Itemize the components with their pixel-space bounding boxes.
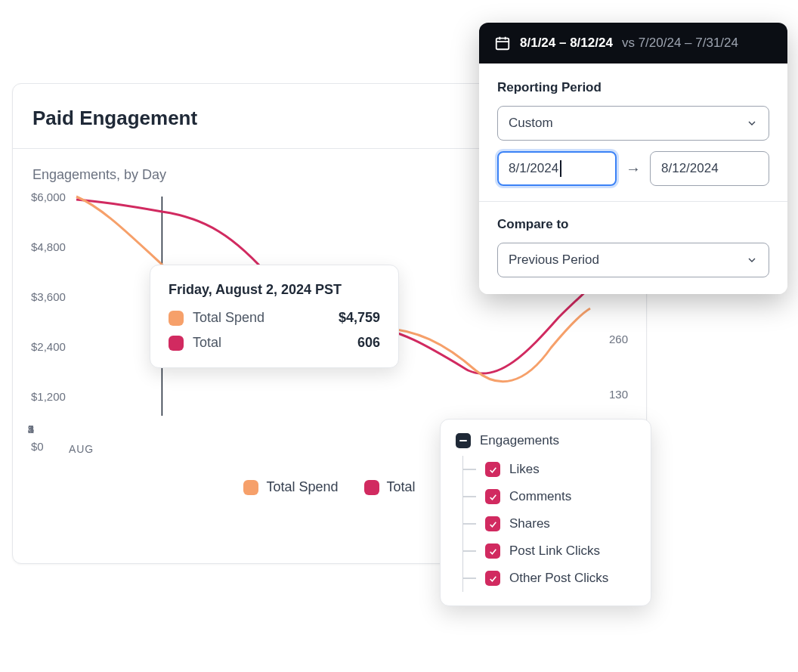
compare-to-value: Previous Period [509,252,599,268]
filter-item-label: Post Link Clicks [509,543,600,559]
checkbox-checked-icon[interactable] [485,462,500,477]
end-date-input[interactable]: 8/12/2024 [650,151,769,186]
reporting-period-value: Custom [509,116,553,131]
reporting-period-label: Reporting Period [497,80,769,95]
legend-spend[interactable]: Total Spend [243,479,338,495]
start-date-value: 8/1/2024 [509,161,558,176]
tooltip-spend-value: $4,759 [339,310,380,326]
swatch-total-icon [364,480,379,495]
engagements-filter: Engagements Likes Comments Shares Post L… [440,419,651,606]
month-label: AUG [69,443,94,455]
ytick-left: $3,600 [31,290,66,303]
filter-tree: Likes Comments Shares Post Link Clicks O… [462,456,636,592]
date-range-bar[interactable]: 8/1/24 – 8/12/24 vs 7/20/24 – 7/31/24 [479,23,787,63]
filter-item-label: Other Post Clicks [509,571,608,586]
chevron-down-icon [746,254,758,266]
filter-item-label: Comments [509,489,571,504]
filter-item-label: Likes [509,462,540,477]
filter-item-label: Shares [509,516,550,531]
filter-item-post-link-clicks[interactable]: Post Link Clicks [463,537,636,565]
tree-branch-icon [462,523,476,525]
checkbox-checked-icon[interactable] [485,489,500,504]
tooltip-row-total: Total 606 [169,335,380,351]
swatch-spend-icon [169,311,184,326]
chevron-down-icon [746,117,758,129]
legend-total-label: Total [387,479,416,495]
chart-tooltip: Friday, August 2, 2024 PST Total Spend $… [150,265,399,368]
tooltip-total-value: 606 [357,335,380,351]
filter-item-comments[interactable]: Comments [463,483,636,510]
ytick-right: 130 [609,387,628,400]
svg-rect-0 [496,39,509,50]
tree-branch-icon [462,578,476,579]
compare-to-label: Compare to [497,217,769,232]
date-secondary: 7/20/24 – 7/31/24 [639,36,738,50]
filter-item-likes[interactable]: Likes [463,456,636,483]
swatch-total-icon [169,336,184,351]
legend-spend-label: Total Spend [266,479,338,495]
tooltip-total-label: Total [193,335,221,351]
arrow-right-icon: → [626,160,641,178]
checkbox-checked-icon[interactable] [485,571,500,586]
filter-parent-label: Engagements [480,433,559,448]
compare-to-select[interactable]: Previous Period [497,243,769,277]
legend-total[interactable]: Total [364,479,416,495]
checkbox-indeterminate-icon[interactable] [456,433,471,448]
swatch-spend-icon [243,480,258,495]
end-date-value: 8/12/2024 [661,161,719,176]
reporting-period-select[interactable]: Custom [497,106,769,141]
tree-branch-icon [462,550,476,552]
tooltip-title: Friday, August 2, 2024 PST [169,282,380,298]
date-picker-panel: 8/1/24 – 8/12/24 vs 7/20/24 – 7/31/24 Re… [479,23,787,294]
ytick-left: $2,400 [31,340,66,353]
text-cursor-icon [560,160,561,177]
filter-item-shares[interactable]: Shares [463,510,636,537]
calendar-icon [494,35,511,51]
ytick-left: $0 [31,440,44,453]
date-primary: 8/1/24 – 8/12/24 [520,36,613,51]
checkbox-checked-icon[interactable] [485,543,500,559]
ytick-right: 260 [609,333,628,345]
start-date-input[interactable]: 8/1/2024 [497,151,617,186]
checkbox-checked-icon[interactable] [485,516,500,531]
filter-parent-row[interactable]: Engagements [456,433,636,448]
divider [479,201,787,202]
ytick-left: $6,000 [31,190,66,203]
tooltip-row-spend: Total Spend $4,759 [169,310,380,326]
filter-item-other-post-clicks[interactable]: Other Post Clicks [463,565,636,592]
ytick-left: $1,200 [31,390,66,403]
tooltip-spend-label: Total Spend [193,310,264,326]
tree-branch-icon [462,496,476,497]
date-vs: vs [622,36,635,50]
ytick-left: $4,800 [31,240,66,253]
tree-branch-icon [462,469,476,470]
xtick: 5 [28,423,34,435]
